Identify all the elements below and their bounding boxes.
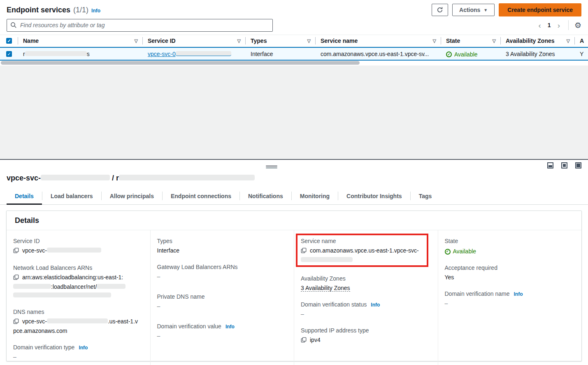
search-icon <box>10 22 17 30</box>
column-header-state[interactable]: State ▽ <box>441 35 501 47</box>
tab-details[interactable]: Details <box>7 189 42 205</box>
field-label: Availability Zones <box>301 275 346 282</box>
field-value: Yes <box>445 273 571 282</box>
tab-load-balancers[interactable]: Load balancers <box>42 189 101 205</box>
service-id-link[interactable]: vpce-svc-0 <box>148 51 231 57</box>
name-text: r <box>23 51 25 57</box>
field-state: State ✓Available <box>445 238 571 256</box>
name-text: s <box>87 51 90 57</box>
field-domain-verification-name: Domain verification nameInfo – <box>445 290 571 308</box>
field-nlb-arns: Network Load Balancers ARNs arn:aws:elas… <box>13 264 139 300</box>
field-private-dns: Private DNS name – <box>157 293 284 311</box>
info-link[interactable]: Info <box>225 324 235 330</box>
panel-position-bottom-icon[interactable] <box>547 162 553 168</box>
field-label: Gateway Load Balancers ARNs <box>157 264 238 270</box>
info-link[interactable]: Info <box>371 302 380 308</box>
caret-down-icon: ▼ <box>483 8 488 12</box>
panel-title: vpce-svc- / r <box>0 160 588 182</box>
filter-icon[interactable]: ▽ <box>567 38 570 44</box>
field-value: – <box>157 272 284 281</box>
split-panel-drag-handle[interactable] <box>266 166 277 168</box>
details-column-2: Types Interface Gateway Load Balancers A… <box>150 230 294 365</box>
state-text: Available <box>454 51 478 58</box>
copy-icon[interactable] <box>301 337 307 345</box>
preferences-gear-icon[interactable]: ⚙ <box>574 21 581 29</box>
copy-icon[interactable] <box>13 247 19 256</box>
redaction <box>13 292 111 297</box>
details-card: Details Service ID vpce-svc- Network Loa… <box>6 211 582 361</box>
filter-icon[interactable]: ▽ <box>135 38 138 44</box>
cell-service-id: vpce-svc-0 <box>143 51 246 57</box>
column-header-name[interactable]: Name ▽ <box>18 35 143 47</box>
header-info-link[interactable]: Info <box>91 8 100 14</box>
search-input[interactable] <box>7 19 273 32</box>
field-value: Interface <box>157 246 284 255</box>
column-header-service-name[interactable]: Service name ▽ <box>316 35 441 47</box>
panel-title-name: r <box>116 174 119 182</box>
field-label: Supported IP address type <box>301 327 369 334</box>
copy-icon[interactable] <box>13 274 19 283</box>
tab-notifications[interactable]: Notifications <box>240 189 291 205</box>
refresh-icon <box>437 7 443 13</box>
redaction <box>41 175 110 180</box>
tab-endpoint-connections[interactable]: Endpoint connections <box>163 189 239 205</box>
create-endpoint-service-button[interactable]: Create endpoint service <box>499 3 581 16</box>
field-glb-arns: Gateway Load Balancers ARNs – <box>157 264 284 281</box>
redaction <box>47 248 101 253</box>
page-title: Endpoint services <box>7 6 70 14</box>
availability-zones-popover[interactable]: 3 Availability Zones <box>506 51 555 57</box>
background-gap <box>0 66 588 160</box>
field-value: – <box>157 332 284 340</box>
panel-position-side-icon[interactable] <box>561 162 567 168</box>
dns-name-text: vpce-svc- <box>22 318 47 325</box>
field-value: – <box>157 302 284 311</box>
tab-monitoring[interactable]: Monitoring <box>292 189 338 205</box>
field-service-id: Service ID vpce-svc- <box>13 238 139 256</box>
info-link[interactable]: Info <box>514 291 523 297</box>
select-all-checkbox[interactable]: ✓ <box>6 38 12 44</box>
actions-button-label: Actions <box>459 7 480 13</box>
tab-contributor-insights[interactable]: Contributor Insights <box>338 189 410 205</box>
info-link[interactable]: Info <box>79 345 88 351</box>
tab-tags[interactable]: Tags <box>411 189 440 205</box>
filter-icon[interactable]: ▽ <box>493 38 496 44</box>
search-box <box>7 19 273 32</box>
field-service-name: Service name com.amazonaws.vpce.us-east-… <box>301 238 427 264</box>
redaction <box>47 318 108 323</box>
table-row[interactable]: ✓ rs vpce-svc-0 Interface com.amazonaws.… <box>0 47 588 61</box>
row-checkbox[interactable]: ✓ <box>6 51 12 57</box>
prev-page-button[interactable]: ‹ <box>536 21 544 29</box>
page-number: 1 <box>546 22 553 28</box>
filter-icon[interactable]: ▽ <box>307 38 311 44</box>
horizontal-scrollbar-thumb[interactable] <box>1 61 360 65</box>
field-label: Domain verification status <box>301 301 367 308</box>
filter-icon[interactable]: ▽ <box>237 38 241 44</box>
field-label: Acceptance required <box>445 264 497 271</box>
availability-zones-popover[interactable]: 3 Availability Zones <box>301 285 350 292</box>
nlb-arn-text: arn:aws:elasticloadbalancing:us-east-1: <box>22 274 123 281</box>
column-header-availability-zones[interactable]: Availability Zones ▽ <box>501 35 575 47</box>
column-header-acceptance[interactable]: A <box>575 35 588 47</box>
available-check-icon: ✓ <box>446 51 452 57</box>
column-header-service-id[interactable]: Service ID ▽ <box>143 35 246 47</box>
field-availability-zones: Availability Zones 3 Availability Zones <box>301 275 427 292</box>
field-types: Types Interface <box>157 238 284 255</box>
page-header: Endpoint services (1/1) Info Actions ▼ C… <box>0 0 588 18</box>
table-toolbar: ‹ 1 › ⚙ <box>0 18 588 32</box>
field-dns-names: DNS names vpce-svc-.us-east-1.vpce.amazo… <box>13 309 139 335</box>
column-label: State <box>446 37 460 44</box>
actions-button[interactable]: Actions ▼ <box>452 4 495 16</box>
filter-icon[interactable]: ▽ <box>433 38 436 44</box>
refresh-button[interactable] <box>432 4 448 16</box>
service-id-value: vpce-svc- <box>22 247 47 254</box>
next-page-button[interactable]: › <box>555 21 562 29</box>
panel-position-fullscreen-icon[interactable] <box>575 162 581 168</box>
tab-allow-principals[interactable]: Allow principals <box>102 189 162 205</box>
panel-title-separator: / <box>112 174 114 182</box>
copy-icon[interactable] <box>301 247 307 256</box>
column-header-types[interactable]: Types ▽ <box>246 35 316 47</box>
copy-icon[interactable] <box>13 318 19 327</box>
field-acceptance-required: Acceptance required Yes <box>445 264 571 282</box>
split-panel: vpce-svc- / r Details Load balancers All… <box>0 160 588 361</box>
column-label: Availability Zones <box>506 37 555 44</box>
